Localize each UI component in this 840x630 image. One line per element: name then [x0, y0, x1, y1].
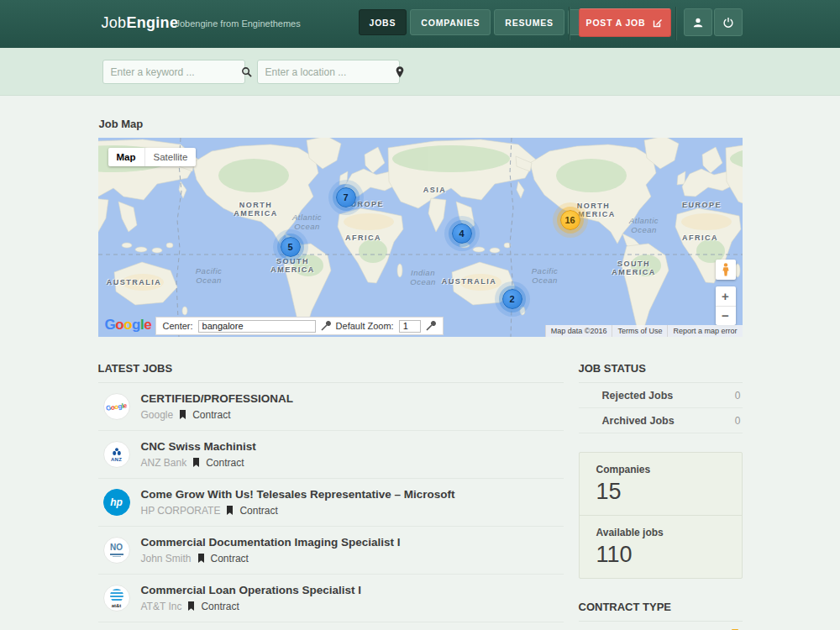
stat-label: Companies — [596, 464, 725, 475]
stat-companies: Companies 15 — [580, 453, 742, 515]
job-company[interactable]: AT&T Inc — [141, 601, 182, 612]
center-label: Center: — [163, 321, 193, 331]
job-list-item[interactable]: hp Come Grow With Us! Telesales Represen… — [98, 479, 564, 527]
location-field-wrap — [257, 60, 400, 84]
sidebar-item-archived-jobs[interactable]: Archived Jobs 0 — [579, 408, 743, 433]
status-count: 0 — [735, 390, 743, 402]
logo-text-light: Job — [102, 14, 127, 31]
google-logo[interactable]: Google — [105, 317, 152, 333]
status-label: Archived Jobs — [602, 415, 735, 427]
nav-tab-jobs[interactable]: JOBS — [359, 9, 407, 35]
job-status-heading: JOB STATUS — [579, 362, 743, 383]
site-logo[interactable]: JobEngine — [102, 14, 179, 32]
bookmark-icon — [197, 554, 205, 564]
keyword-input[interactable] — [111, 66, 241, 78]
job-contract-type[interactable]: Contract — [211, 553, 249, 564]
map-cluster-marker-asia[interactable]: 4 — [452, 223, 472, 244]
logout-button[interactable] — [714, 8, 743, 36]
job-company[interactable]: HP CORPORATE — [141, 505, 221, 517]
job-list-item[interactable]: Google CERTIFIED/PROFESSIONAL Google Con… — [98, 383, 564, 431]
top-header: JobEngine Jobengine from Enginethemes JO… — [0, 0, 840, 48]
map-cluster-marker-south-america[interactable]: 5 — [281, 237, 301, 257]
search-bar-strip — [0, 48, 840, 96]
company-logo-anz: ANZ — [103, 441, 130, 468]
contract-type-heading: CONTRACT TYPE — [579, 601, 743, 622]
map-type-map-button[interactable]: Map — [108, 148, 144, 166]
job-company[interactable]: ANZ Bank — [141, 457, 187, 469]
bookmark-icon — [192, 458, 200, 468]
company-logo-google: Google — [103, 393, 130, 420]
company-logo-placeholder: NO — [103, 537, 130, 564]
job-map[interactable]: ASIA EUROPE EUROPE AFRICA AFRICA NORTH A… — [98, 138, 743, 337]
map-type-satellite-button[interactable]: Satellite — [144, 148, 197, 166]
report-map-error-link[interactable]: Report a map error — [667, 325, 742, 337]
post-a-job-button[interactable]: POST A JOB — [579, 8, 671, 37]
stat-value: 15 — [596, 479, 725, 505]
zoom-out-button[interactable]: − — [716, 307, 736, 326]
att-globe-icon — [110, 589, 123, 602]
job-list-item[interactable]: ANZ CNC Swiss Machinist ANZ Bank Contrac… — [98, 431, 564, 479]
map-data-credit: Map data ©2016 — [545, 325, 612, 337]
company-logo-att: at&t — [103, 585, 130, 612]
bookmark-icon — [226, 506, 234, 516]
latest-jobs-heading: LATEST JOBS — [98, 362, 564, 383]
job-title[interactable]: Commercial Loan Operations Specialist I — [141, 584, 564, 597]
post-a-job-label: POST A JOB — [586, 18, 646, 28]
stat-label: Available jobs — [596, 527, 725, 538]
zoom-in-button[interactable]: + — [716, 286, 736, 307]
job-contract-type[interactable]: Contract — [192, 409, 230, 421]
account-button[interactable] — [684, 8, 712, 36]
job-title[interactable]: Commercial Documentation Imaging Special… — [141, 536, 564, 549]
job-contract-type[interactable]: Contract — [201, 601, 239, 612]
terms-of-use-link[interactable]: Terms of Use — [612, 325, 667, 337]
status-label: Rejected Jobs — [602, 390, 735, 402]
map-cluster-marker-europe[interactable]: 7 — [336, 187, 356, 207]
nav-tab-resumes[interactable]: RESUMES — [494, 9, 564, 35]
job-company[interactable]: John Smith — [141, 553, 192, 564]
latest-jobs-section: LATEST JOBS Google CERTIFIED/PROFESSIONA… — [98, 362, 564, 630]
job-map-heading: Job Map — [98, 96, 743, 138]
wrench-icon[interactable] — [321, 321, 331, 331]
wrench-icon[interactable] — [426, 321, 436, 331]
map-type-control: Map Satellite — [108, 148, 197, 166]
nav-tab-companies[interactable]: COMPANIES — [410, 9, 491, 35]
job-list-item[interactable]: NO Commercial Documentation Imaging Spec… — [98, 527, 564, 575]
logo-text-bold: Engine — [126, 14, 178, 31]
search-icon[interactable] — [241, 66, 252, 77]
world-map-graphic — [98, 138, 743, 337]
map-zoom-control: + − — [716, 286, 736, 325]
job-title[interactable]: Come Grow With Us! Telesales Representat… — [141, 488, 564, 501]
keyword-field-wrap — [102, 60, 245, 84]
map-center-input[interactable] — [198, 320, 316, 333]
header-divider — [675, 7, 677, 40]
location-input[interactable] — [265, 66, 396, 78]
bookmark-icon — [179, 410, 186, 420]
user-icon — [692, 17, 704, 29]
site-tagline: Jobengine from Enginethemes — [176, 18, 301, 29]
street-view-pegman-button[interactable] — [716, 260, 736, 280]
location-pin-icon[interactable] — [396, 66, 404, 78]
status-count: 0 — [735, 415, 743, 427]
map-center-control-bar: Center: Default Zoom: — [155, 317, 444, 335]
map-cluster-marker-north-america[interactable]: 16 — [560, 210, 580, 230]
stats-box: Companies 15 Available jobs 110 — [579, 452, 743, 579]
sidebar-item-rejected-jobs[interactable]: Rejected Jobs 0 — [579, 383, 743, 408]
stat-value: 110 — [596, 542, 725, 568]
pegman-icon — [722, 263, 730, 276]
sidebar-item-contract[interactable]: Contract — [579, 622, 743, 630]
job-list-item[interactable]: at&t Commercial Loan Operations Speciali… — [98, 575, 564, 622]
job-contract-type[interactable]: Contract — [239, 505, 277, 517]
default-zoom-label: Default Zoom: — [336, 321, 394, 331]
bookmark-icon — [187, 601, 195, 612]
map-cluster-marker-pacific[interactable]: 2 — [502, 289, 522, 309]
job-title[interactable]: CNC Swiss Machinist — [141, 440, 564, 454]
header-divider — [569, 7, 570, 40]
power-icon — [722, 17, 734, 29]
job-contract-type[interactable]: Contract — [206, 457, 244, 469]
company-logo-hp: hp — [103, 489, 130, 516]
default-zoom-input[interactable] — [399, 320, 421, 333]
job-title[interactable]: CERTIFIED/PROFESSIONAL — [141, 392, 564, 406]
stat-available-jobs: Available jobs 110 — [580, 515, 742, 578]
job-company[interactable]: Google — [141, 409, 174, 421]
map-credits: Map data ©2016 Terms of Use Report a map… — [545, 325, 743, 337]
